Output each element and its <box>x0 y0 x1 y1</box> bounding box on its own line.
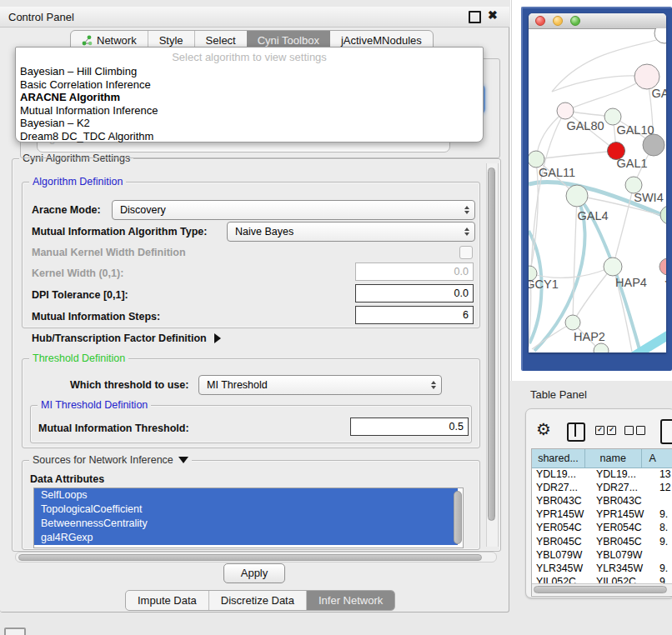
table-cell[interactable]: YDL19... <box>592 468 655 481</box>
table-header-col3[interactable]: A <box>642 449 672 468</box>
export-table-icon[interactable] <box>660 419 672 444</box>
table-cell[interactable]: YPR145W <box>532 508 592 521</box>
float-window-icon[interactable] <box>469 11 481 23</box>
mi-steps-field[interactable] <box>355 306 474 324</box>
aracne-mode-label: Aracne Mode: <box>32 203 101 217</box>
apply-button[interactable]: Apply <box>223 563 285 583</box>
table-cell[interactable]: YBR045C <box>532 534 592 548</box>
kernel-width-field[interactable] <box>355 262 474 281</box>
attribute-item[interactable]: gal4RGexp <box>34 531 458 545</box>
table-cell[interactable]: YPR145W <box>592 508 655 521</box>
algorithm-option[interactable]: Basic Correlation Inference <box>16 78 483 92</box>
attribute-item[interactable]: BetweennessCentrality <box>34 517 458 531</box>
table-cell[interactable]: 12 <box>655 481 672 494</box>
traffic-light-close-icon[interactable] <box>535 16 545 26</box>
algorithm-option[interactable]: ARACNE Algorithm <box>16 91 483 104</box>
table-cell[interactable]: 13 <box>655 468 672 481</box>
table-row[interactable]: YLR345WYLR345W9. <box>532 562 672 575</box>
table-cell[interactable]: 9 <box>655 575 672 583</box>
algorithm-option[interactable]: Bayesian – K2 <box>16 117 483 130</box>
table-cell[interactable]: YIL052C <box>592 575 655 583</box>
table-cell[interactable]: YLR345W <box>532 562 592 575</box>
network-canvas[interactable]: GAL GAL80 GAL10 GAL1 GAL11 SWI4 GAL4 GCY… <box>529 28 666 352</box>
aracne-mode-combobox[interactable]: Discovery <box>112 200 475 220</box>
settings-hscrollbar[interactable] <box>15 552 497 562</box>
table-cell[interactable]: YER054C <box>532 521 592 534</box>
unchecked-box-icon <box>636 426 645 435</box>
table-row[interactable]: YPR145WYPR145W9. <box>532 508 672 521</box>
manual-kernel-checkbox[interactable] <box>459 246 473 259</box>
table-cell[interactable] <box>655 548 672 562</box>
mi-threshold-field[interactable] <box>350 418 469 436</box>
data-attributes-list[interactable]: SelfLoopsTopologicalCoefficientBetweenne… <box>33 488 464 548</box>
table-cell[interactable] <box>655 494 672 508</box>
table-cell[interactable]: YLR345W <box>592 562 655 575</box>
table-cell[interactable]: YIL052C <box>532 575 592 583</box>
node-gray[interactable] <box>643 134 664 156</box>
node-gal80[interactable] <box>557 102 574 119</box>
table-cell[interactable]: YBR045C <box>592 534 655 548</box>
node-gal11[interactable] <box>529 151 544 168</box>
table-cell[interactable]: YDR27... <box>592 481 655 494</box>
algorithm-option[interactable]: Dream8 DC_TDC Algorithm <box>16 130 483 143</box>
algorithm-dropdown: Select algorithm to view settings Bayesi… <box>15 47 484 142</box>
node-gal10[interactable] <box>604 108 621 125</box>
settings-hscrollbar-thumb[interactable] <box>18 554 482 561</box>
table-hscrollbar-thumb[interactable] <box>534 586 667 593</box>
close-icon[interactable]: ✖ <box>488 8 498 22</box>
table-cell[interactable]: YBR043C <box>532 494 592 508</box>
settings-scrollbar[interactable] <box>486 163 499 547</box>
node-gal2[interactable] <box>634 64 659 89</box>
table-hscrollbar[interactable] <box>532 583 672 595</box>
table-row[interactable]: YER054CYER054C8. <box>532 521 672 534</box>
node-unnamed-top[interactable] <box>654 28 666 43</box>
node-salmon[interactable] <box>659 258 666 275</box>
table-header-name[interactable]: name <box>585 449 642 468</box>
mi-type-combobox[interactable]: Naive Bayes <box>227 222 475 242</box>
table-cell[interactable]: YDL19... <box>532 468 592 481</box>
table-cell[interactable]: 9. <box>655 534 672 548</box>
dpi-tolerance-field[interactable] <box>355 284 474 302</box>
attribute-item[interactable]: TopologicalCoefficient <box>34 502 458 517</box>
algorithm-option[interactable]: Bayesian – Hill Climbing <box>16 65 483 78</box>
traffic-light-zoom-icon[interactable] <box>570 16 580 26</box>
node-gal4[interactable] <box>566 185 588 207</box>
deselect-all-button[interactable] <box>624 426 645 435</box>
settings-scrollbar-thumb[interactable] <box>488 168 495 521</box>
table-row[interactable]: YBR043CYBR043C <box>532 494 672 508</box>
table-row[interactable]: YBR045CYBR045C9. <box>532 534 672 548</box>
traffic-light-minimize-icon[interactable] <box>553 16 563 26</box>
network-window-titlebar[interactable] <box>529 13 666 29</box>
table-cell[interactable]: YER054C <box>592 521 655 534</box>
tab-infer-network[interactable]: Infer Network <box>306 591 394 610</box>
node-unnamed-bottom[interactable] <box>594 343 609 352</box>
gear-icon[interactable]: ⚙ <box>536 420 551 438</box>
table-cell[interactable]: 9. <box>655 508 672 521</box>
table-row[interactable]: YDR27...YDR27...12 <box>532 481 672 494</box>
table-cell[interactable]: YBL079W <box>592 548 655 562</box>
hub-expander[interactable]: Hub/Transcription Factor Definition <box>32 332 221 345</box>
tab-discretize-data[interactable]: Discretize Data <box>208 591 306 610</box>
table-cell[interactable]: 9. <box>655 562 672 575</box>
select-all-button[interactable]: ✓ ✓ <box>595 426 616 435</box>
split-pane-divider[interactable] <box>511 0 512 381</box>
threshold-combobox[interactable]: MI Threshold <box>198 375 442 395</box>
attribute-list-scrollbar-thumb[interactable] <box>454 491 462 544</box>
tab-impute-data[interactable]: Impute Data <box>126 591 208 610</box>
table-cell[interactable]: YBL079W <box>532 548 592 562</box>
node-hap2[interactable] <box>565 315 580 330</box>
minimized-panel-icon[interactable] <box>4 628 26 635</box>
node-hap4[interactable] <box>604 258 622 276</box>
table-row[interactable]: YDL19...YDL19...13 <box>532 468 672 481</box>
node-unnamed-right[interactable] <box>660 206 666 224</box>
sources-group-header[interactable]: Sources for Network Inference <box>29 454 192 466</box>
column-chooser-icon[interactable] <box>567 422 585 442</box>
table-row[interactable]: YIL052CYIL052C9 <box>532 575 672 583</box>
table-header-shared-name[interactable]: shared... <box>532 449 585 468</box>
attribute-item[interactable]: SelfLoops <box>34 488 458 502</box>
table-row[interactable]: YBL079WYBL079W <box>532 548 672 562</box>
algorithm-option[interactable]: Mutual Information Inference <box>16 104 483 118</box>
table-cell[interactable]: YBR043C <box>592 494 655 508</box>
table-cell[interactable]: 8. <box>655 521 672 534</box>
table-cell[interactable]: YDR27... <box>532 481 592 494</box>
